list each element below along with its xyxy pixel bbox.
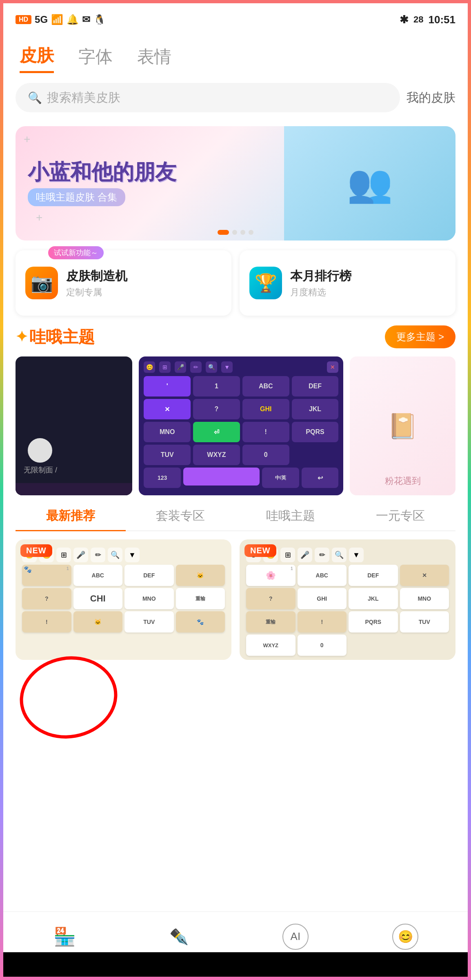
kb-key-mno: MNO	[144, 422, 191, 442]
skin-key-mno1: MNO	[124, 588, 174, 609]
kb-key-pqrs: PQRS	[292, 422, 339, 442]
skin-key-num1: 🐾 1	[22, 565, 71, 586]
my-skin-button[interactable]: 我的皮肤	[407, 89, 455, 106]
kb-key-backspace: ✕	[144, 399, 191, 419]
kb-key-def: DEF	[292, 376, 339, 396]
skin-icon-mic: 🎤	[73, 548, 88, 562]
feature-card-ranking[interactable]: 🏆 本月排行榜 月度精选	[240, 250, 455, 316]
mail-icon: ✉	[82, 14, 90, 25]
skin2-key-mno: MNO	[400, 588, 449, 609]
pink-preview-label: 粉花遇到	[350, 475, 455, 487]
skin-icon-search: 🔍	[108, 548, 122, 562]
skin-kb-grid-2: 1 🌸 ABC DEF ✕ ? GHI JKL MNO 重输 ! PQRS TU…	[246, 565, 449, 656]
dot-2	[232, 230, 237, 235]
keyboard-pink-preview[interactable]: 📔 粉花遇到	[350, 356, 455, 495]
cat-tab-latest[interactable]: 最新推荐	[16, 508, 126, 531]
more-themes-button[interactable]: 更多主题 >	[385, 325, 455, 348]
cat-tab-onesale[interactable]: 一元专区	[346, 508, 456, 531]
plus-decoration-3: +	[36, 211, 42, 224]
icon-emoji: 😊	[144, 361, 155, 373]
ai-icon: AI	[282, 924, 309, 950]
skin2-key-jkl: JKL	[349, 588, 398, 609]
skin-card-2[interactable]: NEW S 😊 ⊞ 🎤 ✏ 🔍 ▼ 1 🌸 ABC	[240, 539, 455, 660]
icon-mic: 🎤	[175, 361, 186, 373]
skin-maker-icon: 📷	[25, 267, 58, 299]
skin-card-2-new-tag: NEW	[244, 544, 276, 557]
qq-icon: 🐧	[93, 14, 106, 25]
cat-tab-bundle[interactable]: 套装专区	[126, 508, 236, 531]
kb-key-apos: '	[144, 376, 191, 396]
kb-key-q: ?	[193, 399, 240, 419]
feature-card-skin-maker[interactable]: 试试新功能～ 📷 皮肤制造机 定制专属	[16, 250, 231, 316]
red-circle-annotation	[13, 649, 124, 746]
skin2-key-back: ✕	[400, 565, 449, 586]
skin2-icon-grid: ⊞	[280, 548, 295, 562]
tab-font[interactable]: 字体	[78, 45, 113, 72]
banner[interactable]: + + + 小蓝和他的朋友 哇哦主题皮肤 合集 👥	[16, 126, 455, 241]
theme-title: ✦ 哇哦主题	[16, 326, 95, 348]
ranking-icon: 🏆	[249, 267, 282, 299]
kb-key-1: 1	[193, 376, 240, 396]
cat-tab-theme[interactable]: 哇哦主题	[236, 508, 346, 531]
keyboard-dark-preview[interactable]: 无限制面 /	[16, 356, 132, 495]
skin-grid: NEW 🐱 😊 ⊞ 🎤 ✏ 🔍 ▼ 🐾 1 ABC	[16, 539, 455, 660]
skin-maker-text: 皮肤制造机 定制专属	[66, 268, 127, 298]
skin-icon-pen: ✏	[91, 548, 105, 562]
ranking-text: 本月排行榜 月度精选	[290, 268, 351, 298]
banner-subtitle: 哇哦主题皮肤 合集	[28, 188, 125, 206]
skin2-key-def: DEF	[349, 565, 398, 586]
kb-key-0: 0	[242, 445, 289, 465]
skin-maker-title: 皮肤制造机	[66, 268, 127, 285]
skin2-key-1: 1 🌸	[246, 565, 295, 586]
dot-4	[249, 230, 253, 235]
mine-icon: 😊	[392, 924, 418, 950]
skin-key-cat2: 🐱	[73, 611, 123, 633]
category-tabs: 最新推荐 套装专区 哇哦主题 一元专区	[16, 508, 455, 531]
dark-kb-circle	[28, 438, 52, 463]
ranking-title: 本月排行榜	[290, 268, 351, 285]
keyboard-purple-preview[interactable]: 😊 ⊞ 🎤 ✏ 🔍 ▼ ✕ ' 1 ABC DEF ✕ ?	[139, 356, 343, 495]
skin2-key-reset: 重输	[246, 611, 295, 633]
plus-decoration-1: +	[24, 133, 30, 146]
notification-icon: 🔔	[67, 14, 79, 25]
skin-key-def1: DEF	[124, 565, 174, 586]
skin2-key-ghi: GHI	[298, 588, 347, 609]
skin2-icon-more: ▼	[349, 548, 364, 562]
nav-tabs: 皮肤 字体 表情	[3, 36, 468, 73]
skin-key-ghi1: CHI	[73, 588, 123, 609]
dark-kb-label: 无限制面 /	[24, 465, 57, 475]
tab-skin[interactable]: 皮肤	[20, 44, 54, 73]
theme-section: ✦ 哇哦主题 更多主题 > 无限制面 / 😊 ⊞ 🎤 ✏	[3, 325, 468, 495]
theme-header: ✦ 哇哦主题 更多主题 >	[16, 325, 455, 348]
search-box[interactable]: 🔍 搜索精美皮肤	[16, 83, 400, 112]
status-left: HD 5G 📶 🔔 ✉ 🐧	[16, 14, 106, 25]
home-indicator-bar	[3, 952, 468, 977]
kb-key-enter: ⏎	[193, 422, 240, 442]
kb-key-wxyz: WXYZ	[193, 445, 240, 465]
skin-icon-grid: ⊞	[56, 548, 71, 562]
skin-key-q1: ?	[22, 588, 71, 609]
signal-icon: 5G	[35, 14, 48, 25]
purple-kb-header: 😊 ⊞ 🎤 ✏ 🔍 ▼ ✕	[144, 361, 338, 373]
tab-emoji[interactable]: 表情	[137, 45, 171, 72]
kb-key-tuv: TUV	[144, 445, 191, 465]
kb-key-ex: !	[242, 422, 289, 442]
shop-icon: 🏪	[53, 924, 77, 949]
bluetooth-icon: ✱	[400, 13, 409, 26]
theme-icon: ✦	[16, 328, 28, 345]
skin2-key-tuv: TUV	[400, 611, 449, 633]
icon-search: 🔍	[206, 361, 217, 373]
skin2-icon-pen: ✏	[315, 548, 329, 562]
skin-kb-topbar-1: 🐱 😊 ⊞ 🎤 ✏ 🔍 ▼	[22, 548, 225, 562]
skin-key-paw: 🐾	[176, 611, 225, 633]
banner-dots	[218, 230, 253, 235]
skin-key-reset1: 重输	[176, 588, 225, 609]
skin2-key-abc: ABC	[298, 565, 347, 586]
purple-kb-icons: 😊 ⊞ 🎤 ✏ 🔍 ▼	[144, 361, 233, 373]
icon-grid: ⊞	[159, 361, 171, 373]
skin-card-1[interactable]: NEW 🐱 😊 ⊞ 🎤 ✏ 🔍 ▼ 🐾 1 ABC	[16, 539, 231, 660]
skin-icon-more: ▼	[125, 548, 140, 562]
search-placeholder: 搜索精美皮肤	[47, 89, 120, 106]
status-right: ✱ 28 10:51	[400, 13, 455, 26]
skin2-key-ex: !	[298, 611, 347, 633]
